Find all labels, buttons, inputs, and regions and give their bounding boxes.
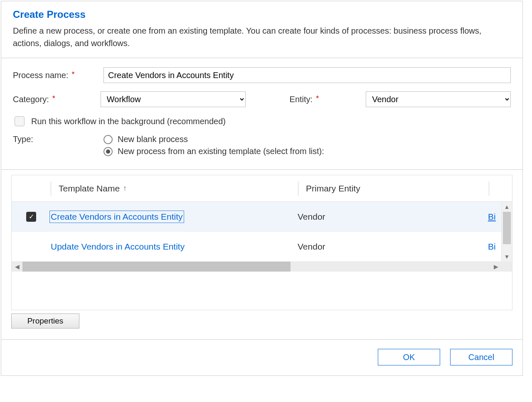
category-label-text: Category:	[13, 95, 49, 104]
type-options: New blank process New process from an ex…	[103, 135, 324, 159]
scroll-left-icon[interactable]: ◀	[12, 263, 22, 270]
type-option-blank[interactable]: New blank process	[103, 135, 324, 144]
entity-label: Entity: *	[290, 95, 366, 104]
row-category-entity: Category: * Workflow Entity: * Vendor	[13, 91, 511, 107]
properties-row: Properties	[1, 310, 522, 339]
template-name-header-text: Template Name	[59, 184, 120, 194]
primary-entity-cell: Vendor	[298, 242, 488, 252]
dialog-title: Create Process	[13, 9, 511, 20]
col-primary-header[interactable]: Primary Entity	[306, 184, 489, 194]
scroll-up-icon[interactable]: ▲	[502, 202, 512, 212]
form-area: Process name: * Category: * Workflow Ent…	[1, 58, 522, 169]
grid-header: Template Name ↑ Primary Entity	[12, 175, 512, 202]
process-name-input[interactable]	[103, 67, 511, 83]
col-template-header[interactable]: Template Name ↑	[59, 184, 298, 194]
primary-entity-header-text: Primary Entity	[306, 184, 360, 194]
row-background: Run this workflow in the background (rec…	[13, 116, 511, 126]
primary-entity-cell: Vendor	[298, 212, 488, 222]
radio-template[interactable]	[103, 147, 113, 156]
required-icon: *	[71, 70, 74, 79]
type-option-template[interactable]: New process from an existing template (s…	[103, 147, 324, 156]
type-option-blank-label: New blank process	[118, 135, 188, 144]
horizontal-scroll-thumb[interactable]	[22, 262, 291, 272]
template-name-link[interactable]: Update Vendors in Accounts Entity	[51, 242, 185, 252]
scroll-down-icon[interactable]: ▼	[502, 252, 512, 262]
row-checkbox-cell[interactable]: ✓	[12, 212, 51, 222]
process-name-label-text: Process name:	[13, 71, 68, 80]
category-select[interactable]: Workflow	[101, 91, 246, 107]
col-divider	[489, 181, 489, 196]
background-checkbox[interactable]	[15, 116, 25, 126]
entity-label-text: Entity:	[290, 95, 313, 104]
horizontal-scrollbar[interactable]: ◀ ▶	[12, 262, 512, 272]
background-label: Run this workflow in the background (rec…	[31, 117, 226, 126]
type-option-template-label: New process from an existing template (s…	[118, 147, 324, 156]
ok-button[interactable]: OK	[378, 349, 440, 365]
action-bar: OK Cancel	[1, 339, 522, 375]
required-icon: *	[316, 94, 319, 103]
grid-body: ✓ Create Vendors in Accounts Entity Vend…	[12, 202, 512, 262]
radio-blank[interactable]	[103, 135, 113, 144]
entity-select[interactable]: Vendor	[366, 91, 511, 107]
required-icon: *	[52, 94, 55, 103]
horizontal-scroll-track[interactable]	[22, 262, 501, 272]
col-divider	[298, 181, 298, 196]
cancel-button[interactable]: Cancel	[450, 349, 512, 365]
table-row[interactable]: ✓ Create Vendors in Accounts Entity Vend…	[12, 202, 512, 232]
category-label: Category: *	[13, 95, 101, 104]
dialog-header: Create Process Define a new process, or …	[1, 1, 522, 58]
vertical-scrollbar[interactable]: ▲ ▼	[501, 202, 512, 262]
type-label: Type:	[13, 135, 103, 144]
dialog-description: Define a new process, or create one from…	[13, 25, 511, 49]
check-icon: ✓	[29, 213, 34, 221]
form-divider	[1, 169, 522, 170]
owner-link[interactable]: Bi	[488, 212, 496, 222]
template-grid: Template Name ↑ Primary Entity ✓ Create …	[11, 175, 512, 310]
col-divider	[51, 181, 51, 196]
row-process-name: Process name: *	[13, 67, 511, 83]
row-checkbox-checked[interactable]: ✓	[26, 212, 36, 222]
table-row[interactable]: Update Vendors in Accounts Entity Vendor…	[12, 232, 512, 262]
template-name-link[interactable]: Create Vendors in Accounts Entity	[51, 212, 183, 222]
vertical-scroll-thumb[interactable]	[503, 212, 511, 244]
create-process-dialog: Create Process Define a new process, or …	[1, 1, 523, 376]
row-type: Type: New blank process New process from…	[13, 135, 511, 159]
properties-button[interactable]: Properties	[11, 314, 79, 328]
process-name-label: Process name: *	[13, 71, 103, 80]
sort-asc-icon: ↑	[123, 184, 127, 193]
grid-empty-space	[12, 272, 512, 310]
owner-link[interactable]: Bi	[488, 242, 496, 252]
scroll-right-icon[interactable]: ▶	[490, 263, 501, 270]
